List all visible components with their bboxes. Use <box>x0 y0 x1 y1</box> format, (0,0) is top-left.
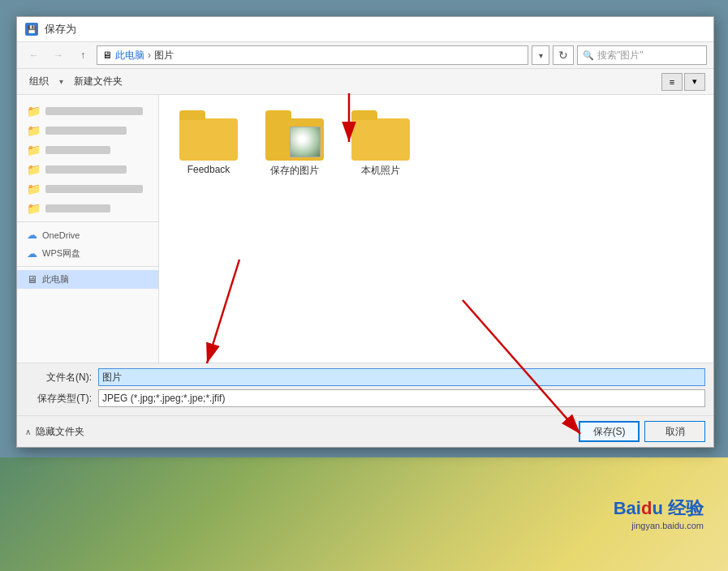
sidebar-item-onedrive[interactable]: ☁ OneDrive <box>17 225 158 244</box>
sidebar-item-4[interactable]: 📁 <box>17 160 158 179</box>
onedrive-icon: ☁ <box>27 229 37 241</box>
breadcrumb-bar: 🖥 此电脑 › 图片 <box>97 45 528 65</box>
sidebar-label-1 <box>45 107 143 115</box>
main-content: 📁 📁 📁 📁 📁 📁 <box>17 95 713 363</box>
filename-input[interactable] <box>98 368 705 386</box>
save-button[interactable]: 保存(S) <box>579 421 640 442</box>
sidebar-divider-1 <box>17 221 158 222</box>
search-icon: 🔍 <box>583 50 594 61</box>
view-dropdown-button[interactable]: ▾ <box>684 73 705 91</box>
folder-local-photos[interactable]: 本机照片 <box>344 108 417 182</box>
folder-icon-2: 📁 <box>27 124 41 137</box>
folder-icon-1: 📁 <box>27 105 41 118</box>
filetype-select[interactable]: JPEG (*.jpg;*.jpeg;*.jpe;*.jfif) <box>98 389 705 407</box>
refresh-button[interactable]: ↻ <box>553 45 574 65</box>
folder-icon-6: 📁 <box>27 202 41 215</box>
folder-thumbnail <box>290 127 321 157</box>
breadcrumb-current: 图片 <box>154 49 174 62</box>
folder-saved-photos[interactable]: 保存的图片 <box>258 108 331 182</box>
sidebar-item-wps[interactable]: ☁ WPS网盘 <box>17 244 158 263</box>
folder-icon-5: 📁 <box>27 182 41 195</box>
onedrive-label: OneDrive <box>42 230 80 240</box>
sidebar-item-2[interactable]: 📁 <box>17 121 158 140</box>
back-button[interactable]: ← <box>24 45 45 65</box>
folder-saved-photos-icon <box>265 112 324 161</box>
dialog-buttons: 保存(S) 取消 <box>579 421 705 442</box>
breadcrumb-root[interactable]: 此电脑 <box>115 49 144 62</box>
wps-icon: ☁ <box>27 247 37 260</box>
thispc-icon: 🖥 <box>27 273 37 286</box>
thispc-label: 此电脑 <box>42 273 69 286</box>
search-bar: 🔍 搜索"图片" <box>577 45 707 65</box>
sidebar-item-5[interactable]: 📁 <box>17 179 158 199</box>
up-button[interactable]: ↑ <box>72 45 93 65</box>
sidebar-label-4 <box>45 165 127 174</box>
folder-icon-4: 📁 <box>27 163 41 176</box>
organize-dropdown[interactable]: ▾ <box>59 77 63 86</box>
folder-local-photos-label: 本机照片 <box>361 164 400 178</box>
title-bar: 💾 保存为 <box>17 17 713 42</box>
sidebar-item-thispc[interactable]: 🖥 此电脑 <box>17 270 158 289</box>
folder-saved-photos-label: 保存的图片 <box>270 164 319 178</box>
save-as-dialog: 💾 保存为 ← → ↑ 🖥 此电脑 › 图片 ▾ ↻ 🔍 搜索"图片" 组织 ▾… <box>16 16 714 448</box>
folder-feedback[interactable]: Feedback <box>172 108 245 182</box>
sidebar-label-3 <box>45 146 110 154</box>
folder-icon-3: 📁 <box>27 144 41 157</box>
forward-button[interactable]: → <box>48 45 69 65</box>
sidebar-item-3[interactable]: 📁 <box>17 140 158 160</box>
sidebar-item-1[interactable]: 📁 <box>17 101 158 121</box>
cancel-button[interactable]: 取消 <box>644 421 705 442</box>
folder-feedback-icon <box>179 112 238 161</box>
navigation-toolbar: ← → ↑ 🖥 此电脑 › 图片 ▾ ↻ 🔍 搜索"图片" <box>17 42 713 69</box>
sidebar-label-2 <box>45 127 127 135</box>
sidebar: 📁 📁 📁 📁 📁 📁 <box>17 95 159 363</box>
actions-bar: 组织 ▾ 新建文件夹 ≡ ▾ <box>17 69 713 95</box>
hide-folder-label: 隐藏文件夹 <box>36 425 84 439</box>
filename-label: 文件名(N): <box>25 371 98 384</box>
search-placeholder: 搜索"图片" <box>597 49 644 62</box>
folder-local-photos-icon <box>351 112 410 161</box>
footer-bar: ∧ 隐藏文件夹 保存(S) 取消 <box>17 415 713 447</box>
dialog-icon: 💾 <box>25 23 38 36</box>
sidebar-divider-2 <box>17 266 158 267</box>
breadcrumb-computer-icon: 🖥 <box>102 49 112 61</box>
view-toggle: ≡ ▾ <box>661 73 705 91</box>
hide-folder-toggle[interactable]: ∧ 隐藏文件夹 <box>25 425 84 439</box>
bottom-bar: 文件名(N): 保存类型(T): JPEG (*.jpg;*.jpeg;*.jp… <box>17 363 713 415</box>
sidebar-label-6 <box>45 204 110 213</box>
filetype-row: 保存类型(T): JPEG (*.jpg;*.jpeg;*.jpe;*.jfif… <box>25 389 705 407</box>
filename-row: 文件名(N): <box>25 368 705 386</box>
folder-feedback-label: Feedback <box>187 164 230 175</box>
sidebar-item-6[interactable]: 📁 <box>17 199 158 218</box>
chevron-icon: ∧ <box>25 427 31 436</box>
baidu-watermark: Baidu 经验 jingyan.baidu.com <box>614 496 704 530</box>
new-folder-button[interactable]: 新建文件夹 <box>70 72 127 91</box>
view-list-button[interactable]: ≡ <box>661 73 683 91</box>
breadcrumb-dropdown[interactable]: ▾ <box>532 45 549 65</box>
sidebar-label-5 <box>45 185 143 193</box>
file-area: Feedback 保存的图片 本机照片 <box>159 95 713 363</box>
wps-label: WPS网盘 <box>42 247 80 260</box>
dialog-title: 保存为 <box>45 22 76 36</box>
baidu-logo: Baidu 经验 <box>614 496 704 521</box>
filetype-label: 保存类型(T): <box>25 392 98 406</box>
baidu-url: jingyan.baidu.com <box>631 521 704 530</box>
organize-button[interactable]: 组织 <box>25 72 53 91</box>
